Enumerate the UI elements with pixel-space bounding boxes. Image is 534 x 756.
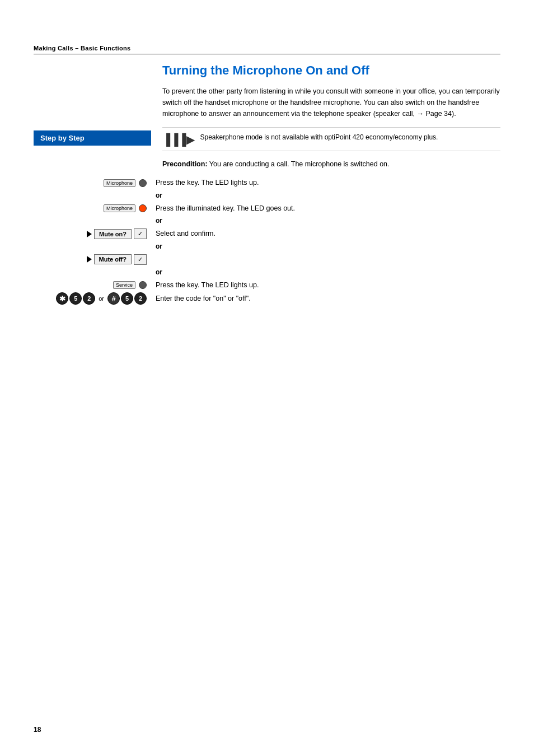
microphone-key-1[interactable]: Microphone bbox=[104, 179, 135, 187]
step-action-3: Select and confirm. bbox=[151, 228, 500, 239]
intro-text: To prevent the other party from listenin… bbox=[162, 86, 500, 119]
led-5 bbox=[139, 281, 147, 289]
key-group-5: Service bbox=[113, 281, 147, 289]
mute-on-label[interactable]: Mute on? bbox=[94, 229, 132, 239]
note-box: ▐▐▐▶ Speakerphone mode is not available … bbox=[162, 127, 500, 151]
code-buttons: ✱ 5 2 or # 5 2 bbox=[56, 292, 147, 305]
precondition-text: You are conducting a call. The microphon… bbox=[209, 160, 390, 168]
step-row-3: Mute on? ✓ Select and confirm. bbox=[34, 228, 500, 239]
five-button-2[interactable]: 5 bbox=[121, 292, 133, 305]
step-left-4: Mute off? ✓ bbox=[34, 254, 151, 265]
step-action-1: Press the key. The LED lights up. bbox=[151, 178, 500, 188]
note-text: Speakerphone mode is not available with … bbox=[200, 132, 438, 142]
or-text-4: or bbox=[151, 267, 500, 278]
page-number: 18 bbox=[34, 726, 41, 734]
section-header: Making Calls – Basic Functions bbox=[34, 45, 500, 54]
step-action-2: Press the illuminated key. The LED goes … bbox=[151, 203, 500, 214]
or-row-2: or bbox=[34, 216, 500, 226]
step-left-5: Service bbox=[34, 281, 151, 289]
or-between-codes: or bbox=[99, 295, 104, 302]
step-row-1: Microphone Press the key. The LED lights… bbox=[34, 178, 500, 188]
step-left-6: ✱ 5 2 or # 5 2 bbox=[34, 292, 151, 305]
triangle-icon-2 bbox=[87, 256, 92, 263]
or-text-2: or bbox=[151, 216, 500, 226]
step-action-5: Press the key. The LED lights up. bbox=[151, 280, 500, 291]
led-1 bbox=[139, 179, 147, 187]
star-button[interactable]: ✱ bbox=[56, 292, 68, 305]
step-left-3: Mute on? ✓ bbox=[34, 228, 151, 239]
step-row-5: Service Press the key. The LED lights up… bbox=[34, 280, 500, 291]
page: Making Calls – Basic Functions Step by S… bbox=[0, 0, 534, 756]
microphone-key-2[interactable]: Microphone bbox=[104, 204, 135, 212]
speaker-icon: ▐▐▐▶ bbox=[162, 133, 195, 146]
left-column: Step by Step bbox=[34, 63, 151, 178]
confirm-check-2[interactable]: ✓ bbox=[134, 254, 147, 265]
key-group-2: Microphone bbox=[104, 204, 147, 212]
confirm-check-1[interactable]: ✓ bbox=[134, 228, 147, 239]
step-row-4: Mute off? ✓ bbox=[34, 254, 500, 265]
led-2 bbox=[139, 204, 147, 212]
mute-off-label[interactable]: Mute off? bbox=[94, 254, 132, 264]
triangle-icon-1 bbox=[87, 231, 92, 237]
or-row-4: or bbox=[34, 267, 500, 278]
step-row-2: Microphone Press the illuminated key. Th… bbox=[34, 203, 500, 214]
menu-item-mute-off: Mute off? ✓ bbox=[87, 254, 147, 265]
menu-item-mute-on: Mute on? ✓ bbox=[87, 228, 147, 239]
service-key[interactable]: Service bbox=[113, 281, 135, 289]
content-area: Step by Step Turning the Microphone On a… bbox=[34, 63, 500, 178]
or-text-1: or bbox=[151, 190, 500, 201]
key-group-1: Microphone bbox=[104, 179, 147, 187]
five-button-1[interactable]: 5 bbox=[69, 292, 82, 305]
two-button-1[interactable]: 2 bbox=[83, 292, 95, 305]
or-row-1: or bbox=[34, 190, 500, 201]
hash-button[interactable]: # bbox=[107, 292, 120, 305]
precondition: Precondition: You are conducting a call.… bbox=[162, 159, 500, 170]
steps-container: Microphone Press the key. The LED lights… bbox=[34, 178, 500, 307]
precondition-label: Precondition: bbox=[162, 160, 208, 168]
or-row-3: or bbox=[34, 241, 500, 252]
or-text-3: or bbox=[151, 241, 500, 252]
page-title: Turning the Microphone On and Off bbox=[162, 63, 500, 78]
sidebar-title: Step by Step bbox=[34, 130, 151, 146]
two-button-2[interactable]: 2 bbox=[134, 292, 147, 305]
step-action-6: Enter the code for "on" or "off". bbox=[151, 293, 500, 304]
step-row-6: ✱ 5 2 or # 5 2 Enter the code for "on" o… bbox=[34, 292, 500, 305]
right-column: Turning the Microphone On and Off To pre… bbox=[151, 63, 500, 178]
step-left-2: Microphone bbox=[34, 204, 151, 212]
step-left-1: Microphone bbox=[34, 179, 151, 187]
